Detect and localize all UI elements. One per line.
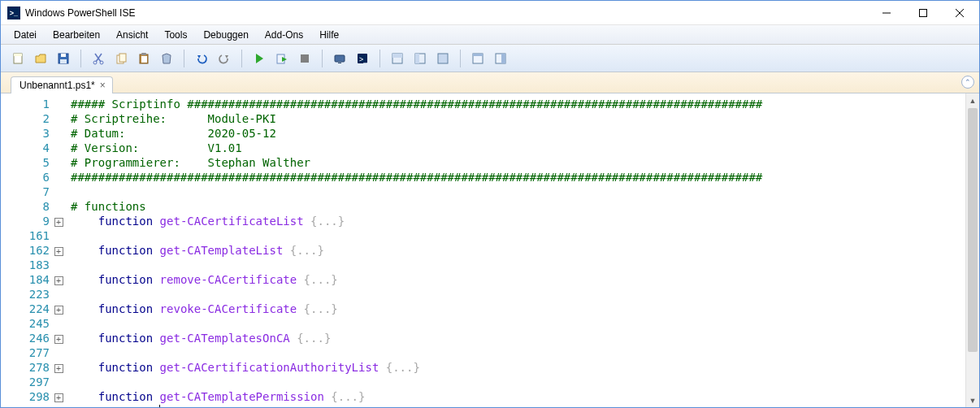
code-line: function get-CATemplatePermission {...} xyxy=(71,389,965,404)
code-line: function get-CACertificateList {...} xyxy=(71,214,965,228)
code-line xyxy=(71,258,965,272)
clear-button[interactable] xyxy=(156,48,177,69)
tab-close-icon[interactable]: × xyxy=(100,80,106,91)
cut-button[interactable] xyxy=(88,48,109,69)
scroll-up-button[interactable]: ▲ xyxy=(966,93,979,107)
svg-rect-14 xyxy=(119,54,126,62)
run-selection-button[interactable] xyxy=(271,48,293,69)
svg-line-9 xyxy=(95,54,101,62)
svg-point-11 xyxy=(93,61,97,64)
code-line xyxy=(71,316,965,331)
svg-rect-25 xyxy=(392,54,402,58)
collapse-script-pane-button[interactable]: ⌃ xyxy=(961,76,974,89)
fold-expand-icon[interactable]: + xyxy=(54,218,63,227)
text-cursor xyxy=(159,405,160,407)
powershell-button[interactable]: >_ xyxy=(352,48,373,69)
command-addon-2-button[interactable] xyxy=(490,48,511,69)
window-controls xyxy=(868,1,978,24)
save-button[interactable] xyxy=(53,48,74,69)
run-script-button[interactable] xyxy=(249,48,270,69)
svg-rect-8 xyxy=(60,59,67,63)
new-file-button[interactable] xyxy=(7,48,28,69)
remote-button[interactable] xyxy=(329,48,350,69)
svg-rect-16 xyxy=(141,56,147,63)
menu-item[interactable]: Hilfe xyxy=(313,27,345,43)
fold-expand-icon[interactable]: + xyxy=(54,335,63,344)
code-line: # Programmierer: Stephan Walther xyxy=(71,155,965,170)
code-line xyxy=(71,287,965,302)
code-line: function remove-CACertificate {...} xyxy=(71,272,965,287)
layout-full-button[interactable] xyxy=(432,48,453,69)
svg-rect-19 xyxy=(301,54,309,63)
code-line: # Version: V1.01 xyxy=(71,141,965,155)
stop-button[interactable] xyxy=(294,48,315,69)
fold-column: + + + + + + + xyxy=(51,93,66,407)
copy-button[interactable] xyxy=(111,48,132,69)
window-title: Windows PowerShell ISE xyxy=(25,7,868,19)
svg-rect-27 xyxy=(415,54,419,63)
menu-item[interactable]: Tools xyxy=(158,27,193,43)
scrollbar-thumb[interactable] xyxy=(968,108,978,352)
menu-item[interactable]: Ansicht xyxy=(110,27,154,43)
code-line xyxy=(71,375,965,389)
svg-rect-7 xyxy=(61,54,66,57)
svg-rect-28 xyxy=(438,54,448,63)
code-line xyxy=(71,228,965,243)
svg-line-10 xyxy=(96,54,102,62)
app-window: >_ Windows PowerShell ISE DateiBearbeite… xyxy=(0,0,980,408)
svg-rect-17 xyxy=(141,53,146,55)
close-button[interactable] xyxy=(941,1,978,24)
redo-button[interactable] xyxy=(214,48,235,69)
fold-expand-icon[interactable]: + xyxy=(54,393,63,402)
app-icon: >_ xyxy=(7,7,20,20)
svg-rect-30 xyxy=(473,54,483,56)
code-editor[interactable]: 1234567891611621831842232242452462772782… xyxy=(1,93,979,407)
code-line: function get-CACertificationAuthorityLis… xyxy=(71,360,965,375)
svg-rect-21 xyxy=(338,63,341,63)
code-line: ##### Scriptinfo #######################… xyxy=(71,97,965,111)
menu-item[interactable]: Add-Ons xyxy=(258,27,310,43)
code-area[interactable]: ##### Scriptinfo #######################… xyxy=(66,93,965,407)
code-line: function get-CATemplateList {...} xyxy=(71,243,965,258)
menu-item[interactable]: Bearbeiten xyxy=(46,27,106,43)
svg-rect-1 xyxy=(919,9,926,16)
paste-button[interactable] xyxy=(133,48,154,69)
menu-bar: DateiBearbeitenAnsichtToolsDebuggenAdd-O… xyxy=(1,25,979,45)
file-tab[interactable]: Unbenannt1.ps1* × xyxy=(11,76,113,93)
maximize-button[interactable] xyxy=(904,1,941,24)
svg-point-12 xyxy=(100,61,103,64)
fold-expand-icon[interactable]: + xyxy=(54,306,63,315)
fold-expand-icon[interactable]: + xyxy=(54,364,63,373)
code-line: function revoke-CACertificate {...} xyxy=(71,302,965,316)
fold-expand-icon[interactable]: + xyxy=(54,276,63,285)
tab-label: Unbenannt1.ps1* xyxy=(20,80,95,91)
svg-rect-5 xyxy=(14,54,22,56)
toolbar: >_ xyxy=(1,45,979,72)
vertical-scrollbar[interactable]: ▲ ▼ xyxy=(965,93,979,407)
fold-expand-icon[interactable]: + xyxy=(54,247,63,256)
menu-item[interactable]: Debuggen xyxy=(197,27,254,43)
scroll-down-button[interactable]: ▼ xyxy=(966,393,979,407)
line-number-gutter: 1234567891611621831842232242452462772782… xyxy=(1,93,51,407)
undo-button[interactable] xyxy=(191,48,212,69)
code-line xyxy=(71,404,965,407)
layout-side-button[interactable] xyxy=(410,48,431,69)
open-file-button[interactable] xyxy=(30,48,51,69)
title-bar: >_ Windows PowerShell ISE xyxy=(1,1,979,25)
code-line: # Datum: 2020-05-12 xyxy=(71,126,965,141)
svg-rect-20 xyxy=(335,55,345,62)
minimize-button[interactable] xyxy=(868,1,904,24)
layout-script-top-button[interactable] xyxy=(387,48,408,69)
svg-text:>_: >_ xyxy=(359,55,368,63)
code-line xyxy=(71,345,965,360)
code-line: # functions xyxy=(71,199,965,214)
code-line: ########################################… xyxy=(71,170,965,184)
code-line: function get-CATemplatesOnCA {...} xyxy=(71,331,965,345)
svg-rect-32 xyxy=(501,54,505,63)
menu-item[interactable]: Datei xyxy=(7,27,43,43)
tab-bar: Unbenannt1.ps1* × ⌃ xyxy=(1,72,979,93)
code-line: # Scriptreihe: Module-PKI xyxy=(71,111,965,126)
command-addon-button[interactable] xyxy=(467,48,488,69)
code-line xyxy=(71,184,965,199)
